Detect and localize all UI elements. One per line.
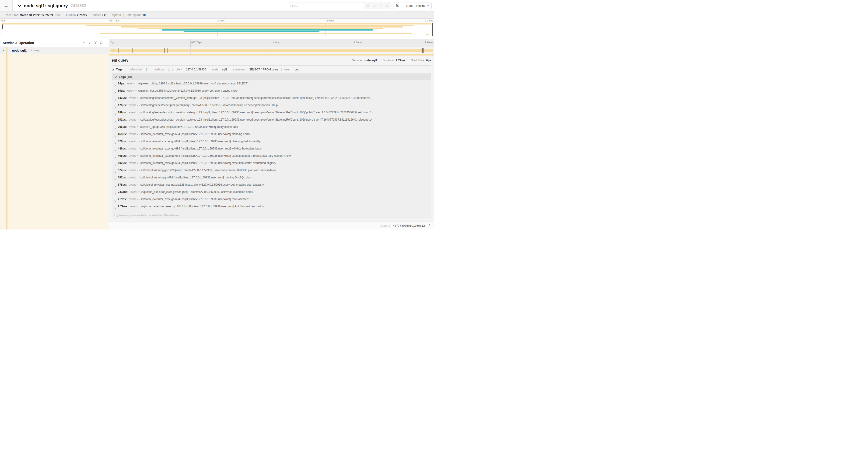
log-row[interactable]: 80μs:event=‹sql/plan_opt.go:358 [nsql1,c… [112,89,431,96]
log-timestamp: 2.79ms: [118,205,128,208]
chevron-right-icon [114,186,116,188]
prev-match-icon[interactable] [373,5,376,7]
log-field-value: ‹sql/catalog/lease/descriptor_version_st… [140,118,372,121]
log-field-value: ‹sql/conn_executor_exec.go:684 [nsql1,cl… [141,190,253,194]
log-field-value: ‹sql/catalog/lease/descriptor_version_st… [140,111,373,114]
log-row[interactable]: 476μs:event=‹sql/conn_executor_exec.go:6… [112,140,431,147]
chevron-right-icon [114,135,116,137]
log-field-key: event [127,89,134,92]
log-row[interactable]: 2.69ms:event=‹sql/conn_executor_exec.go:… [112,190,431,198]
log-row[interactable]: 597μs:event=‹sql/distsql_running.go:498 … [112,176,431,183]
log-field-key: event [127,82,134,85]
minimap-span-bar [100,33,412,34]
log-row[interactable]: 678μs:event=‹sql/distsql_physical_planne… [112,183,431,190]
span-row-timeline-cell[interactable] [109,47,434,54]
log-row[interactable]: 201μs:event=‹sql/catalog/lease/descripto… [112,118,431,125]
log-row[interactable]: 486μs:event=‹sql/conn_executor_exec.go:6… [112,147,431,154]
expand-one-button[interactable] [89,41,91,44]
log-marker-tick [422,48,423,53]
tag-equals: = [219,68,221,71]
minimap-span-bar [162,29,373,31]
minimap-span-bar [426,34,430,35]
detail-meta-label: Start Time: [411,59,425,62]
log-timestamp: 189μs: [118,111,127,114]
log-row[interactable]: 34μs:event=‹sql/exec_util.go:2297 [nsql1… [112,82,431,89]
expand-all-button[interactable] [100,41,103,44]
log-row[interactable]: 502μs:event=‹sql/conn_executor_exec.go:6… [112,161,431,169]
log-row[interactable]: 176μs:event=‹sql/catalog/descs/descripto… [112,104,431,111]
log-row[interactable]: 2.79ms:event=‹sql/conn_executor_exec.go:… [112,205,431,212]
log-row[interactable]: 189μs:event=‹sql/catalog/lease/descripto… [112,111,431,118]
log-timestamp: 574μs: [118,169,127,172]
span-row[interactable]: node sql1 sql query [0,47,434,54]
log-timestamp: 2.7ms: [118,198,127,201]
chevron-right-icon [114,149,116,152]
locate-icon[interactable] [367,4,370,7]
timeline-gridline [190,39,191,47]
back-button[interactable]: ← [0,0,12,11]
summary-label: Trace Start [4,13,19,17]
span-detail-card: sql query Service:node sql1Duration:2.79… [109,56,434,222]
log-timestamp: 2.69ms: [118,190,128,194]
log-equals: = [137,169,138,172]
summary-value: 6 [120,13,121,17]
next-match-icon[interactable] [379,5,382,7]
column-resizer-handle[interactable] [106,41,108,45]
summary-value: 2.79ms [77,13,87,17]
detail-meta-value: 2.79ms [396,59,406,62]
chevron-right-icon [114,106,116,108]
timeline-tick-label: 697.75μs [191,41,202,44]
clear-find-icon[interactable] [386,4,388,7]
minimap-viewport[interactable] [2,23,433,36]
timeline-gridline [353,39,353,47]
log-equals: = [135,89,137,92]
link-icon[interactable] [427,224,431,227]
summary-label: Total Spans [126,13,141,17]
log-row[interactable]: 574μs:event=‹sql/distsql_running.go:1420… [112,169,431,176]
trace-page: ← node sql1: sql query 7418682 [0,0,434,230]
span-detail-column: sql query Service:node sql1Duration:2.79… [109,54,434,230]
span-id-label: SpanID: [380,224,392,227]
trace-view-selector[interactable]: Trace Timeline ∨ [403,3,432,9]
collapse-trace-button[interactable] [18,4,22,7]
span-detail-header: sql query Service:node sql1Duration:2.79… [112,56,431,65]
log-equals: = [138,205,140,208]
logs-expander-header[interactable]: Logs (18) [112,74,431,80]
collapse-all-button[interactable] [94,41,97,44]
log-row[interactable]: 142μs:event=‹sql/catalog/lease/descripto… [112,96,431,104]
log-timestamp: 486μs: [118,147,127,150]
log-row[interactable]: 366μs:event=‹sql/plan_opt.go:358 [nsql1,… [112,125,431,132]
minimap-span-bar [86,25,413,26]
tag-key: node [212,68,218,71]
detail-meta-item: Service:node sql1 [349,59,380,62]
log-field-key: event [129,104,135,107]
tags-expander-row[interactable]: Tags: _unfinished=1_verbose=1client=127.… [112,66,431,73]
keyboard-shortcuts-button[interactable]: ⌘ [393,3,401,9]
timeline-tick-label: 697.75μs [110,19,120,22]
timeline-tick-label: 1.4ms [218,19,225,22]
log-row[interactable]: 495μs:event=‹sql/conn_executor_exec.go:6… [112,154,431,161]
find-input[interactable] [288,3,364,9]
chevron-down-icon[interactable] [2,50,5,51]
log-equals: = [137,111,138,114]
log-field-value: ‹sql/catalog/descs/descriptor.go:98 [nsq… [140,104,278,107]
log-timestamp: 597μs: [118,176,127,179]
log-field-value: ‹sql/conn_executor_exec.go:684 [nsql1,cl… [140,198,252,201]
log-equals: = [137,97,138,99]
minimap-right-drag-handle[interactable] [432,23,433,36]
summary-label: Duration [65,13,75,17]
chevron-right-icon [114,178,116,181]
log-row[interactable]: 459μs:event=‹sql/conn_executor_exec.go:6… [112,132,431,140]
minimap-span-bar [121,26,403,28]
span-color-strip [6,47,7,54]
view-button-label: Trace Timeline [406,4,426,7]
collapse-one-button[interactable] [83,42,86,44]
log-marker-tick [132,48,133,53]
log-field-value: ‹sql/conn_executor_exec.go:2046 [nsql1,c… [141,205,264,208]
tag-equals: = [165,68,167,71]
detail-meta-item: Start Time:0μs [408,59,431,62]
timeline-tick-label: 2.09ms [327,19,334,22]
chevron-down-icon [18,4,22,7]
log-row[interactable]: 2.7ms:event=‹sql/conn_executor_exec.go:6… [112,198,431,205]
log-marker-tick [179,48,179,53]
